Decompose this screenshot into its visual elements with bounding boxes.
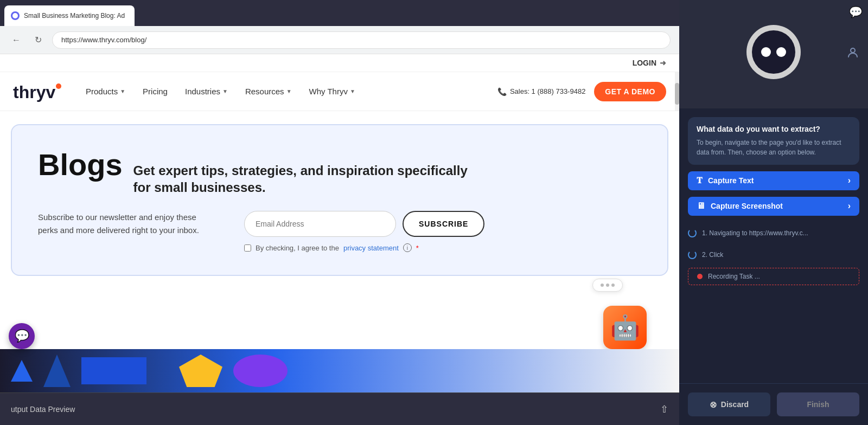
- screenshot-icon: 🖥: [697, 201, 705, 211]
- subscribe-section: Subscribe to our newsletter and enjoy th…: [38, 211, 641, 252]
- nav-links: Products ▼ Pricing Industries ▼ Resource…: [79, 82, 497, 100]
- speech-bubble: [592, 279, 623, 292]
- svg-text:thryv: thryv: [13, 82, 55, 102]
- preview-arrow-icon[interactable]: ⇧: [660, 403, 668, 415]
- industries-chevron-icon: ▼: [222, 88, 228, 94]
- tab-bar: Small Business Marketing Blog: Ad: [0, 0, 679, 26]
- activity-navigating: 1. Navigating to https://www.thryv.c...: [688, 224, 859, 242]
- hero-section: Blogs Get expert tips, strategies, and i…: [11, 124, 668, 276]
- user-profile-icon[interactable]: [846, 46, 859, 62]
- finish-button[interactable]: Finish: [777, 392, 859, 416]
- capture-text-label: Capture Text: [708, 176, 754, 185]
- discard-button[interactable]: ⊗ Discard: [688, 392, 770, 416]
- bottom-preview-bar: utput Data Preview ⇧: [0, 392, 679, 425]
- nav-resources-label: Resources: [245, 87, 284, 96]
- phone-number: Sales: 1 (888) 733-9482: [510, 87, 585, 95]
- robot-eye-right: [776, 47, 786, 57]
- back-button[interactable]: ←: [9, 33, 24, 48]
- address-bar: ← ↻ https://www.thryv.com/blog/: [0, 26, 679, 54]
- capture-screenshot-button[interactable]: 🖥 Capture Screenshot ›: [688, 197, 859, 216]
- subscribe-input-row: SUBSCRIBE: [244, 211, 484, 237]
- capture-screenshot-arrow-icon: ›: [848, 201, 851, 211]
- info-icon: i: [403, 243, 412, 252]
- subscribe-form: SUBSCRIBE By checking, I agree to the pr…: [244, 211, 484, 252]
- resources-chevron-icon: ▼: [286, 88, 292, 94]
- discard-label: Discard: [721, 400, 749, 409]
- products-chevron-icon: ▼: [120, 88, 125, 94]
- why-thryv-chevron-icon: ▼: [350, 88, 355, 94]
- url-text: https://www.thryv.com/blog/: [61, 36, 146, 44]
- required-star: *: [416, 244, 419, 252]
- mascot: 🤖: [603, 306, 647, 349]
- page-footer-preview: [0, 349, 679, 392]
- blogs-header: Blogs Get expert tips, strategies, and i…: [38, 147, 641, 196]
- login-label: LOGIN: [633, 59, 656, 67]
- browser-area: Small Business Marketing Blog: Ad ← ↻ ht…: [0, 0, 679, 425]
- privacy-link[interactable]: privacy statement: [343, 244, 399, 252]
- ai-bottom-actions: ⊗ Discard Finish: [679, 383, 868, 425]
- capture-text-arrow-icon: ›: [848, 176, 851, 185]
- nav-pricing-label: Pricing: [143, 87, 168, 96]
- robot-face: [752, 30, 795, 74]
- url-bar[interactable]: https://www.thryv.com/blog/: [52, 31, 671, 49]
- tab-favicon: [11, 11, 20, 20]
- text-icon: 𝐓: [697, 176, 703, 185]
- activity-navigating-text: 1. Navigating to https://www.thryv.c...: [702, 229, 808, 237]
- website-content: LOGIN ➜ thryv Products ▼ Pricing: [0, 54, 679, 392]
- ai-panel: 💬 What data do you want to extract? To b…: [679, 0, 868, 425]
- subscribe-text: Subscribe to our newsletter and enjoy th…: [38, 211, 201, 237]
- phone-icon: 📞: [497, 87, 507, 96]
- refresh-button[interactable]: ↻: [30, 33, 46, 48]
- nav-why-thryv[interactable]: Why Thryv ▼: [303, 82, 362, 100]
- capture-text-button[interactable]: 𝐓 Capture Text ›: [688, 171, 859, 190]
- phone-section: 📞 Sales: 1 (888) 733-9482: [497, 87, 585, 96]
- ai-question-title: What data do you want to extract?: [697, 125, 851, 133]
- robot-header: 💬: [679, 0, 868, 108]
- ai-question-text: To begin, navigate to the page you'd lik…: [697, 138, 851, 157]
- login-arrow-icon: ➜: [660, 59, 666, 67]
- nav-industries-label: Industries: [185, 87, 220, 96]
- scrollbar-thumb: [675, 83, 679, 105]
- tab-title: Small Business Marketing Blog: Ad: [24, 12, 128, 20]
- recording-dot: [697, 274, 703, 279]
- activity-spinner-1: [688, 229, 697, 237]
- nav-products-label: Products: [86, 87, 118, 96]
- chat-widget[interactable]: 💬: [9, 323, 35, 349]
- preview-label: utput Data Preview: [11, 405, 75, 414]
- blogs-subtitle: Get expert tips, strategies, and inspira…: [133, 162, 470, 196]
- mascot-area: 🤖: [603, 306, 647, 349]
- recording-task-text: Recording Task ...: [708, 273, 760, 280]
- activity-click-text: 2. Click: [702, 251, 723, 259]
- browser-tab[interactable]: Small Business Marketing Blog: Ad: [4, 5, 135, 26]
- get-demo-button[interactable]: GET A DEMO: [594, 82, 666, 101]
- blogs-title: Blogs: [38, 147, 123, 182]
- chat-icon: 💬: [15, 329, 29, 343]
- nav-products[interactable]: Products ▼: [79, 82, 132, 100]
- chat-bubble-icon: 💬: [849, 5, 863, 18]
- nav-why-thryv-label: Why Thryv: [309, 87, 348, 96]
- discard-x-icon: ⊗: [710, 400, 717, 410]
- nav-resources[interactable]: Resources ▼: [239, 82, 298, 100]
- robot-avatar: [746, 25, 801, 79]
- ai-message-box: What data do you want to extract? To beg…: [688, 117, 859, 165]
- thryv-logo[interactable]: thryv: [13, 81, 62, 102]
- thryv-navbar: thryv Products ▼ Pricing Industries ▼: [0, 72, 679, 111]
- checkbox-row: By checking, I agree to the privacy stat…: [244, 243, 484, 252]
- activity-spinner-2: [688, 250, 697, 259]
- nav-industries[interactable]: Industries ▼: [178, 82, 234, 100]
- email-input[interactable]: [244, 211, 396, 237]
- subscribe-button[interactable]: SUBSCRIBE: [403, 211, 484, 237]
- privacy-checkbox[interactable]: [244, 244, 251, 252]
- checkbox-text: By checking, I agree to the: [256, 244, 339, 252]
- nav-right: 📞 Sales: 1 (888) 733-9482 GET A DEMO: [497, 82, 666, 101]
- nav-pricing[interactable]: Pricing: [136, 82, 174, 100]
- svg-point-1: [56, 83, 61, 89]
- activity-log: 1. Navigating to https://www.thryv.c... …: [679, 224, 868, 263]
- login-button[interactable]: LOGIN ➜: [633, 59, 666, 67]
- activity-click: 2. Click: [688, 246, 859, 263]
- scrollbar[interactable]: [675, 72, 679, 111]
- svg-point-2: [851, 48, 855, 53]
- ai-chat-body: What data do you want to extract? To beg…: [679, 108, 868, 224]
- robot-eye-left: [761, 47, 771, 57]
- capture-screenshot-label: Capture Screenshot: [711, 202, 783, 210]
